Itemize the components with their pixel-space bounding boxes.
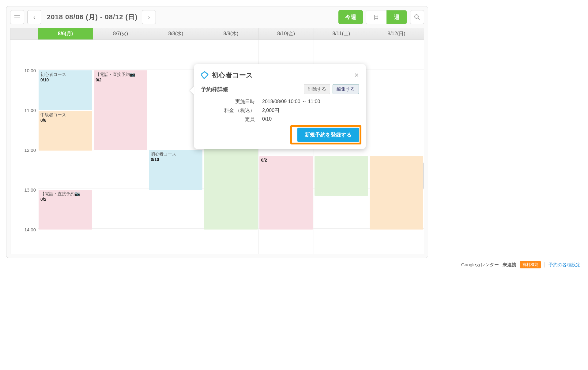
time-label: 11:00 bbox=[10, 108, 36, 113]
popup-title: 初心者コース bbox=[212, 71, 253, 80]
date-range-label: 2018 08/06 (月) - 08/12 (日) bbox=[47, 13, 138, 22]
detail-value: 2018/08/09 10:00 ～ 11:00 bbox=[262, 99, 320, 105]
event-title: 中級者コース bbox=[40, 112, 90, 118]
calendar-event[interactable]: 【電話・直接予約📷0/2 bbox=[94, 70, 147, 150]
footer-bar: Googleカレンダー 未連携 有料機能 予約の各種設定 bbox=[6, 261, 582, 268]
today-button[interactable]: 今週 bbox=[338, 10, 363, 24]
calendar-event[interactable] bbox=[315, 156, 368, 196]
popup-close-button[interactable]: × bbox=[354, 70, 359, 80]
event-popup: 初心者コース × 予約枠詳細 削除する 編集する 実施日時2018/08/09 … bbox=[194, 64, 366, 149]
reservation-settings-link[interactable]: 予約の各種設定 bbox=[548, 262, 581, 268]
day-header[interactable]: 8/6(月) bbox=[38, 28, 93, 40]
time-label: 10:00 bbox=[10, 68, 36, 73]
popup-section-label: 予約枠詳細 bbox=[201, 86, 228, 93]
next-week-button[interactable]: › bbox=[142, 10, 156, 24]
hamburger-icon bbox=[14, 15, 20, 19]
gcal-status: 未連携 bbox=[503, 262, 516, 268]
search-icon bbox=[414, 14, 420, 20]
detail-row: 定員0/10 bbox=[201, 116, 359, 123]
close-icon: × bbox=[354, 70, 359, 80]
calendar-event[interactable]: 初心者コース0/10 bbox=[39, 70, 92, 110]
time-label: 12:00 bbox=[10, 148, 36, 153]
event-title: 【電話・直接予約📷 bbox=[40, 191, 90, 196]
detail-label: 実施日時 bbox=[201, 99, 262, 105]
prev-week-button[interactable]: ‹ bbox=[27, 10, 41, 24]
day-header[interactable]: 8/12(日) bbox=[369, 28, 424, 40]
calendar-event[interactable]: 中級者コース0/6 bbox=[39, 111, 92, 151]
day-header[interactable]: 8/8(水) bbox=[148, 28, 203, 40]
day-header[interactable]: 8/7(火) bbox=[93, 28, 148, 40]
calendar-event[interactable]: 【電話・直接予約📷0/2 bbox=[39, 190, 92, 230]
event-title: 【電話・直接予約📷 bbox=[96, 72, 145, 77]
detail-value: 2,000円 bbox=[262, 107, 279, 114]
calendar-event[interactable] bbox=[370, 156, 423, 230]
view-day-button[interactable]: 日 bbox=[366, 10, 386, 24]
event-count: 0/2 bbox=[40, 196, 90, 202]
divider bbox=[545, 262, 545, 267]
search-button[interactable] bbox=[410, 10, 424, 24]
day-header[interactable]: 8/9(木) bbox=[203, 28, 258, 40]
event-title: 初心者コース bbox=[151, 151, 201, 157]
detail-label: 定員 bbox=[201, 116, 262, 123]
svg-point-0 bbox=[415, 15, 418, 18]
paid-feature-tag: 有料機能 bbox=[520, 261, 541, 268]
time-column: 10:0011:0012:0013:0014:00 bbox=[10, 40, 38, 254]
edit-button[interactable]: 編集する bbox=[333, 84, 359, 94]
detail-label: 料金 （税込） bbox=[201, 107, 262, 114]
register-reservation-button[interactable]: 新規予約を登録する bbox=[297, 128, 359, 142]
event-count: 0/2 bbox=[261, 157, 311, 163]
delete-button[interactable]: 削除する bbox=[304, 84, 330, 94]
calendar-app: ‹ 2018 08/06 (月) - 08/12 (日) › 今週 日 週 8/… bbox=[6, 6, 428, 258]
popup-details: 実施日時2018/08/09 10:00 ～ 11:00料金 （税込）2,000… bbox=[201, 99, 359, 123]
time-label: 14:00 bbox=[10, 227, 36, 232]
event-count: 0/2 bbox=[96, 77, 145, 83]
calendar-event[interactable]: 初心者コース0/10 bbox=[149, 150, 202, 190]
day-column[interactable]: 初心者コース0/10中級者コース0/6【電話・直接予約📷0/2 bbox=[38, 40, 93, 254]
detail-value: 0/10 bbox=[262, 116, 272, 123]
detail-row: 料金 （税込）2,000円 bbox=[201, 107, 359, 114]
calendar-header: 8/6(月)8/7(火)8/8(水)8/9(木)8/10(金)8/11(土)8/… bbox=[10, 28, 424, 40]
event-title: 初心者コース bbox=[40, 72, 90, 77]
event-count: 0/10 bbox=[151, 157, 201, 162]
popup-arrow bbox=[190, 86, 194, 95]
time-label: 13:00 bbox=[10, 187, 36, 192]
event-count: 0/6 bbox=[40, 118, 90, 123]
calendar-event[interactable]: 0/2 bbox=[259, 156, 313, 230]
calendar-body: 10:0011:0012:0013:0014:00 初心者コース × 予約枠詳細… bbox=[10, 40, 424, 254]
chevron-right-icon: › bbox=[148, 14, 150, 21]
course-badge-icon bbox=[201, 71, 209, 79]
detail-row: 実施日時2018/08/09 10:00 ～ 11:00 bbox=[201, 99, 359, 105]
event-count: 0/10 bbox=[40, 77, 90, 83]
gcal-label: Googleカレンダー bbox=[461, 262, 499, 268]
view-week-button[interactable]: 週 bbox=[386, 10, 407, 24]
day-header[interactable]: 8/11(土) bbox=[314, 28, 369, 40]
day-column[interactable] bbox=[369, 40, 424, 254]
day-header[interactable]: 8/10(金) bbox=[259, 28, 314, 40]
time-column-header bbox=[10, 28, 38, 40]
svg-line-1 bbox=[418, 18, 420, 20]
view-toggle: 日 週 bbox=[366, 10, 407, 24]
chevron-left-icon: ‹ bbox=[33, 14, 36, 21]
toolbar: ‹ 2018 08/06 (月) - 08/12 (日) › 今週 日 週 bbox=[10, 10, 424, 24]
menu-button[interactable] bbox=[10, 10, 24, 24]
day-column[interactable]: 【電話・直接予約📷0/2 bbox=[93, 40, 148, 254]
